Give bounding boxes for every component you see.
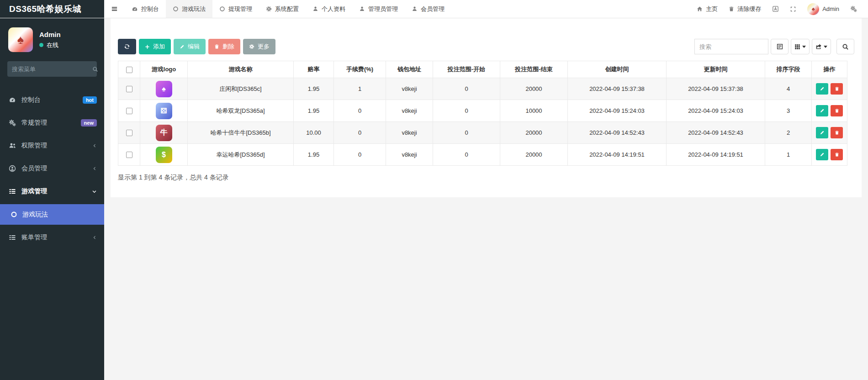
row-delete-button[interactable] [831, 127, 843, 138]
detail-view-icon [777, 43, 783, 50]
home-icon [697, 6, 703, 12]
tab-game-play[interactable]: 游戏玩法 [166, 0, 212, 18]
column-header: 投注范围-结束 [500, 61, 568, 78]
toolbar: 添加 编辑 删除 更多 [118, 39, 854, 54]
refresh-button[interactable] [118, 39, 136, 54]
select-all-checkbox[interactable] [126, 67, 132, 73]
created-cell: 2022-04-09 15:24:03 [568, 100, 667, 122]
user-menu[interactable]: ♠ Admin [802, 3, 845, 15]
pencil-icon [180, 44, 185, 49]
hot-badge: hot [83, 96, 97, 104]
table-row: $ 幸运哈希[DS365d] 1.95 0 v8keji 0 20000 202… [118, 144, 847, 166]
table-search-input[interactable] [694, 39, 768, 54]
clear-cache-label: 清除缓存 [737, 5, 761, 13]
tab-console[interactable]: 控制台 [125, 0, 166, 18]
sidebar-search-input[interactable] [12, 66, 92, 73]
xingyunhaxi-logo: $ [156, 147, 172, 163]
new-badge: new [81, 119, 97, 127]
row-checkbox[interactable] [126, 86, 132, 92]
row-checkbox[interactable] [126, 152, 132, 158]
sidebar-item-console[interactable]: 控制台 hot [0, 89, 104, 111]
add-button[interactable]: 添加 [139, 39, 171, 54]
row-edit-button[interactable] [816, 149, 828, 160]
column-header: 投注范围-开始 [433, 61, 500, 78]
fee-cell: 0 [334, 100, 386, 122]
delete-button[interactable]: 删除 [208, 39, 240, 54]
users-icon [8, 142, 16, 149]
more-button[interactable]: 更多 [243, 39, 275, 54]
sort-cell: 4 [765, 78, 812, 100]
delete-button-label: 删除 [222, 42, 234, 51]
tab-member-manage[interactable]: 会员管理 [405, 0, 451, 18]
zhuangxianhe-logo: ♠ [156, 81, 172, 97]
sidebar-item-permissions[interactable]: 权限管理 [0, 134, 104, 157]
export-icon [815, 43, 822, 50]
tab-admin-manage[interactable]: 管理员管理 [352, 0, 405, 18]
hamburger-icon [111, 5, 118, 12]
edit-button-label: 编辑 [188, 42, 200, 51]
tab-system-config[interactable]: 系统配置 [259, 0, 306, 18]
row-delete-button[interactable] [831, 105, 843, 116]
search-icon [92, 66, 98, 72]
row-delete-button[interactable] [831, 149, 843, 160]
clear-cache-link[interactable]: 清除缓存 [723, 5, 767, 13]
table-row: 牛 哈希十倍牛牛[DS365b] 10.00 0 v8keji 0 20000 … [118, 122, 847, 144]
sidebar-item-label: 游戏玩法 [22, 211, 48, 219]
home-link[interactable]: 主页 [691, 5, 723, 13]
row-checkbox[interactable] [126, 108, 132, 114]
tab-label: 游戏玩法 [182, 5, 206, 13]
row-edit-button[interactable] [816, 127, 828, 138]
updated-cell: 2022-04-09 15:24:03 [667, 100, 765, 122]
actions-cell [812, 78, 847, 100]
columns-button[interactable] [791, 39, 810, 54]
detail-view-button[interactable] [771, 39, 789, 54]
sidebar-item-game-play-active[interactable]: 游戏玩法 [0, 204, 104, 225]
online-dot-icon [39, 43, 43, 47]
tab-withdraw[interactable]: 提现管理 [212, 0, 259, 18]
game-name-cell: 庄闲和[DS365c] [188, 78, 294, 100]
created-cell: 2022-04-09 14:52:43 [568, 122, 667, 144]
row-delete-button[interactable] [831, 83, 843, 95]
wallet-cell: v8keji [386, 100, 433, 122]
game-name-cell: 哈希双龙[DS365a] [188, 100, 294, 122]
actions-cell [812, 100, 847, 122]
table-card: 添加 编辑 删除 更多 [111, 18, 862, 197]
sidebar-menu: 控制台 hot 常规管理 new 权限管理 会员管理 [0, 84, 104, 249]
caret-down-icon [824, 46, 827, 48]
chevron-left-icon [92, 235, 97, 240]
chevron-left-icon [92, 166, 97, 171]
top-navbar: DS365哈希娱乐城 控制台 游戏玩法 提现管理 系统配置 个人资料 [0, 0, 868, 18]
row-edit-button[interactable] [816, 83, 828, 95]
username: Admin [822, 5, 839, 12]
sidebar-item-members[interactable]: 会员管理 [0, 157, 104, 180]
settings-button[interactable] [845, 5, 863, 12]
sort-cell: 2 [765, 122, 812, 144]
tab-profile[interactable]: 个人资料 [306, 0, 352, 18]
column-header: 赔率 [294, 61, 334, 78]
export-button[interactable] [812, 39, 831, 54]
bet-end-cell: 20000 [500, 144, 568, 166]
search-toggle-button[interactable] [836, 39, 854, 54]
row-checkbox[interactable] [126, 130, 132, 136]
tab-label: 管理员管理 [368, 5, 398, 13]
column-header: 游戏logo [140, 61, 188, 78]
fullscreen-button[interactable] [784, 6, 802, 12]
language-button[interactable] [767, 5, 784, 12]
actions-cell [812, 122, 847, 144]
select-all-cell [118, 61, 140, 78]
gears-icon [8, 119, 16, 127]
sidebar-item-general[interactable]: 常规管理 new [0, 111, 104, 134]
sidebar-item-bills[interactable]: 账单管理 [0, 226, 104, 249]
trash-icon [729, 6, 734, 12]
row-edit-button[interactable] [816, 105, 828, 116]
avatar: ♠ [8, 27, 33, 52]
trash-icon [214, 44, 219, 49]
sidebar-toggle-button[interactable] [104, 0, 125, 18]
tab-label: 会员管理 [421, 5, 445, 13]
odds-cell: 1.95 [294, 100, 334, 122]
edit-button[interactable]: 编辑 [174, 39, 206, 54]
sidebar-item-game-manage[interactable]: 游戏管理 [0, 180, 104, 203]
updated-cell: 2022-04-09 14:19:51 [667, 144, 765, 166]
expand-icon [790, 6, 796, 12]
sidebar-search [7, 61, 97, 77]
